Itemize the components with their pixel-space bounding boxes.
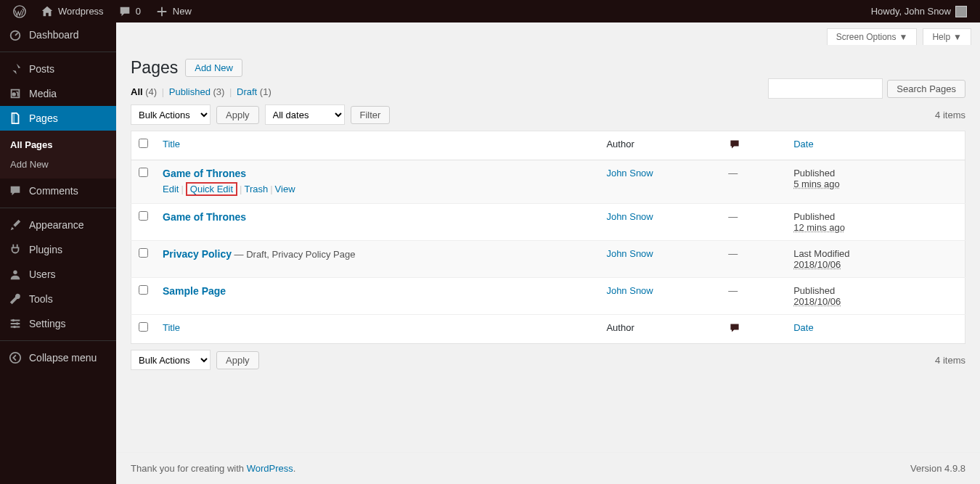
col-date-foot[interactable]: Date: [793, 322, 813, 333]
filter-all[interactable]: All: [131, 86, 143, 97]
date-value: 2018/10/06: [793, 259, 841, 270]
comment-icon: [728, 139, 741, 150]
apply-button-bottom[interactable]: Apply: [216, 351, 259, 369]
admin-footer: Thank you for creating with WordPress. V…: [116, 452, 980, 484]
view-link[interactable]: View: [275, 184, 295, 194]
table-row: Privacy Policy — Draft, Privacy Policy P…: [131, 241, 965, 278]
apply-button-top[interactable]: Apply: [216, 106, 259, 124]
row-checkbox[interactable]: [139, 211, 148, 221]
screen-options-tab[interactable]: Screen Options▼: [827, 28, 918, 45]
comment-icon: [9, 184, 22, 197]
my-account[interactable]: Howdy, John Snow: [864, 0, 974, 22]
comment-icon: [728, 322, 741, 334]
filter-button[interactable]: Filter: [351, 106, 391, 124]
bulk-actions-select-top[interactable]: Bulk Actions: [131, 104, 211, 125]
table-row: Game of ThronesJohn Snow—Published12 min…: [131, 204, 965, 241]
wp-logo[interactable]: [6, 0, 33, 22]
collapse-icon: [9, 351, 22, 364]
site-home[interactable]: Wordpress: [33, 0, 111, 22]
comment-dash: —: [728, 248, 738, 259]
home-icon: [41, 5, 54, 18]
sidebar-item-tools[interactable]: Tools: [0, 287, 116, 311]
col-title[interactable]: Title: [163, 139, 180, 149]
col-date[interactable]: Date: [793, 139, 813, 149]
comment-count: 0: [136, 6, 141, 17]
page-title-link[interactable]: Game of Thrones: [163, 211, 246, 223]
col-author: Author: [606, 139, 634, 149]
select-all-bottom[interactable]: [139, 322, 148, 332]
col-title-foot[interactable]: Title: [163, 322, 180, 333]
avatar: [955, 6, 967, 17]
sidebar-label: Dashboard: [29, 29, 79, 41]
select-all-top[interactable]: [139, 139, 148, 148]
collapse-label: Collapse menu: [29, 352, 97, 364]
add-new-button[interactable]: Add New: [185, 59, 242, 77]
sidebar-label: Appearance: [29, 219, 84, 231]
svg-point-4: [12, 319, 15, 322]
date-value: 2018/10/06: [793, 296, 841, 307]
sidebar-item-appearance[interactable]: Appearance: [0, 213, 116, 237]
comment-dash: —: [728, 285, 738, 296]
sidebar-item-plugins[interactable]: Plugins: [0, 237, 116, 262]
page-title: Pages: [131, 58, 178, 78]
dates-select[interactable]: All dates: [265, 104, 345, 125]
sidebar-item-dashboard[interactable]: Dashboard: [0, 22, 116, 47]
row-checkbox[interactable]: [139, 285, 148, 295]
author-link[interactable]: John Snow: [606, 248, 653, 259]
sidebar-item-comments[interactable]: Comments: [0, 179, 116, 203]
wrench-icon: [9, 292, 22, 305]
page-title-link[interactable]: Sample Page: [163, 285, 226, 297]
filter-published[interactable]: Published: [169, 86, 211, 97]
sidebar-label: Plugins: [29, 244, 62, 255]
table-row: Game of ThronesEdit|Quick Edit|Trash|Vie…: [131, 160, 965, 204]
author-link[interactable]: John Snow: [606, 211, 653, 222]
chevron-down-icon: ▼: [953, 32, 962, 42]
author-link[interactable]: John Snow: [606, 168, 653, 179]
sidebar-submenu-pages: All Pages Add New: [0, 131, 116, 179]
version-text: Version 4.9.8: [910, 463, 965, 474]
pin-icon: [9, 62, 22, 75]
date-label: Published: [793, 285, 835, 296]
date-value: 12 mins ago: [793, 222, 845, 233]
author-link[interactable]: John Snow: [606, 285, 653, 296]
new-content[interactable]: New: [148, 0, 199, 22]
comments-bubble[interactable]: 0: [111, 0, 148, 22]
edit-link[interactable]: Edit: [163, 184, 179, 194]
sidebar-sub-add-new[interactable]: Add New: [0, 155, 116, 174]
plug-icon: [9, 243, 22, 256]
table-row: Sample PageJohn Snow—Published2018/10/06: [131, 278, 965, 315]
admin-sidebar: Dashboard Posts Media Pages All Pages Ad…: [0, 22, 116, 484]
admin-toolbar: Wordpress 0 New Howdy, John Snow: [0, 0, 980, 22]
collapse-menu[interactable]: Collapse menu: [0, 345, 116, 370]
sidebar-item-media[interactable]: Media: [0, 81, 116, 106]
help-tab[interactable]: Help▼: [923, 28, 971, 45]
trash-link[interactable]: Trash: [244, 184, 268, 194]
sidebar-label: Comments: [29, 185, 78, 197]
sidebar-item-posts[interactable]: Posts: [0, 57, 116, 81]
date-value: 5 mins ago: [793, 179, 840, 189]
post-state: — Draft, Privacy Policy Page: [232, 249, 356, 260]
sidebar-item-pages[interactable]: Pages: [0, 106, 116, 131]
pages-icon: [9, 112, 22, 125]
sidebar-item-settings[interactable]: Settings: [0, 311, 116, 336]
page-title-link[interactable]: Game of Thrones: [163, 168, 246, 179]
search-pages-button[interactable]: Search Pages: [887, 80, 965, 98]
site-name: Wordpress: [58, 6, 104, 17]
svg-point-1: [11, 31, 20, 41]
bulk-actions-select-bottom[interactable]: Bulk Actions: [131, 350, 211, 370]
col-author-foot: Author: [606, 322, 634, 333]
page-title-link[interactable]: Privacy Policy: [163, 248, 232, 260]
pages-table: Title Author Date Game of ThronesEdit|Qu…: [131, 131, 965, 344]
search-input[interactable]: [768, 78, 883, 99]
quick-edit-link[interactable]: Quick Edit: [190, 184, 233, 194]
filter-draft[interactable]: Draft: [237, 86, 257, 97]
row-checkbox[interactable]: [139, 248, 148, 258]
sidebar-item-users[interactable]: Users: [0, 262, 116, 287]
sidebar-label: Settings: [29, 318, 66, 329]
svg-point-2: [12, 92, 16, 96]
gauge-icon: [9, 28, 22, 41]
wordpress-link[interactable]: WordPress: [247, 463, 293, 474]
sidebar-sub-all-pages[interactable]: All Pages: [0, 135, 116, 155]
row-checkbox[interactable]: [139, 168, 148, 177]
items-count-top: 4 items: [935, 110, 965, 120]
